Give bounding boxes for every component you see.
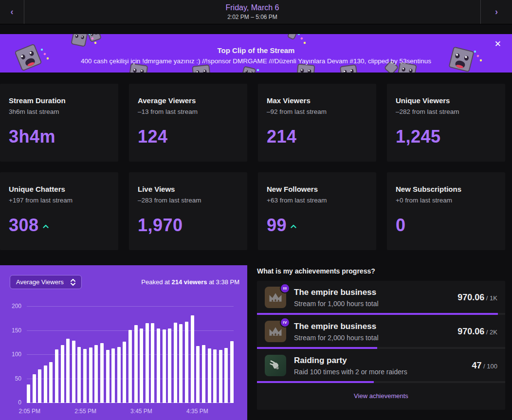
bar[interactable] <box>157 329 160 403</box>
confetti-decoration <box>300 37 303 40</box>
achievement-score: 970.06 / 2K <box>457 327 497 337</box>
metric-select-dropdown[interactable]: Average Viewers <box>10 275 82 289</box>
stat-card: Live Views –283 from last stream 1,970 <box>129 172 247 250</box>
bar[interactable] <box>106 350 110 403</box>
chevron-right-icon: › <box>495 7 498 17</box>
emote-decoration <box>296 63 315 73</box>
bar[interactable] <box>33 374 36 403</box>
bar[interactable] <box>146 323 149 403</box>
bar[interactable] <box>196 346 200 403</box>
achievements-section: What is my achievements progress? III Th… <box>257 267 505 410</box>
stat-comparison: +63 from last stream <box>267 197 366 204</box>
achievement-progress-bar <box>257 381 505 383</box>
x-axis-tick-label: 2:05 PM <box>18 408 40 415</box>
bar[interactable] <box>202 345 205 403</box>
confetti-decoration <box>476 55 479 57</box>
confetti-decoration <box>304 42 306 44</box>
bar[interactable] <box>55 349 58 403</box>
stat-value: 124 <box>138 127 168 147</box>
stat-title: Stream Duration <box>9 96 109 105</box>
bar[interactable] <box>168 329 171 403</box>
stat-value: 1,245 <box>396 127 441 147</box>
bar[interactable] <box>111 348 115 403</box>
stat-card: Unique Viewers –282 from last stream 1,2… <box>387 84 505 162</box>
stat-card: Average Viewers –13 from last stream 124 <box>129 84 247 162</box>
stat-comparison: +197 from last stream <box>9 197 109 204</box>
stat-title: Unique Chatters <box>9 185 109 193</box>
bar[interactable] <box>151 323 154 403</box>
bar[interactable] <box>185 322 188 403</box>
bar[interactable] <box>83 349 87 403</box>
stat-card: New Followers +63 from last stream 99 <box>258 172 376 250</box>
emote-decoration <box>192 64 211 73</box>
close-icon[interactable]: ✕ <box>494 40 501 48</box>
bar[interactable] <box>179 324 183 403</box>
next-day-button[interactable]: › <box>481 0 512 24</box>
x-axis-tick-label: 3:45 PM <box>130 408 152 415</box>
achievement-icon: III <box>265 287 286 308</box>
y-axis-tick-label: 0 <box>4 399 21 406</box>
bar[interactable] <box>128 330 132 403</box>
bar[interactable] <box>66 339 70 403</box>
bar[interactable] <box>123 342 126 403</box>
bar[interactable] <box>61 345 64 403</box>
emote-decoration <box>340 64 358 73</box>
bar[interactable] <box>134 325 138 403</box>
previous-day-button[interactable]: ‹ <box>0 0 24 24</box>
achievement-item[interactable]: III The empire business Stream for 1,000… <box>257 281 505 315</box>
raid-icon <box>269 359 282 372</box>
bar[interactable] <box>140 329 143 403</box>
trend-up-icon <box>43 212 49 233</box>
stat-card: New Subscriptions +0 from last stream 0 <box>387 172 505 250</box>
bar[interactable] <box>100 343 104 403</box>
bar[interactable] <box>49 362 53 403</box>
bar[interactable] <box>230 341 234 403</box>
bar[interactable] <box>163 329 166 403</box>
achievement-level-badge: III <box>280 283 290 293</box>
stat-value: 1,970 <box>138 215 183 236</box>
peak-viewers-value: 214 viewers <box>172 278 207 286</box>
bar[interactable] <box>38 369 41 403</box>
achievement-item[interactable]: IV The empire business Stream for 2,000 … <box>257 315 505 349</box>
stat-value: 99 <box>267 212 296 236</box>
bar[interactable] <box>208 348 211 403</box>
achievement-level-badge: IV <box>280 317 290 328</box>
stat-title: Max Viewers <box>267 96 366 105</box>
chart-x-axis-labels: 2:05 PM2:55 PM3:45 PM4:35 PM <box>27 408 234 416</box>
bar[interactable] <box>224 348 228 403</box>
stat-value: 214 <box>267 127 297 147</box>
bar[interactable] <box>219 350 222 403</box>
bar[interactable] <box>77 347 81 403</box>
metric-select-label: Average Viewers <box>16 278 64 286</box>
bar[interactable] <box>44 365 47 403</box>
stat-value: 308 <box>9 212 49 236</box>
achievement-icon <box>265 355 286 376</box>
bar[interactable] <box>191 315 194 403</box>
view-achievements-link[interactable]: View achievements <box>354 392 408 400</box>
stat-card: Stream Duration 3h6m last stream 3h4m <box>0 84 118 162</box>
achievement-item[interactable]: Raiding party Raid 100 times with 2 or m… <box>257 349 505 383</box>
stat-title: Live Views <box>138 185 238 193</box>
stat-comparison: –13 from last stream <box>138 108 238 115</box>
confetti-decoration <box>257 69 259 71</box>
chevron-left-icon: ‹ <box>11 7 14 17</box>
achievement-title: The empire business <box>294 322 453 331</box>
achievements-card: III The empire business Stream for 1,000… <box>257 281 505 410</box>
stat-title: New Followers <box>267 185 366 193</box>
stat-comparison: –283 from last stream <box>138 197 238 204</box>
emote-decoration <box>71 34 88 47</box>
peak-viewers-note: Peaked at 214 viewers at 3:38 PM <box>141 278 239 286</box>
x-axis-tick-label: 2:55 PM <box>74 408 96 415</box>
bar[interactable] <box>72 341 75 403</box>
bar[interactable] <box>213 349 217 403</box>
bar[interactable] <box>89 347 92 403</box>
stat-value: 0 <box>396 215 406 236</box>
bar[interactable] <box>27 384 30 403</box>
bar[interactable] <box>94 345 98 403</box>
stat-comparison: 3h6m last stream <box>9 108 109 115</box>
date-title: Friday, March 6 <box>226 3 279 12</box>
bar[interactable] <box>174 323 177 403</box>
bar[interactable] <box>117 347 121 403</box>
date-navigation-bar: ‹ Friday, March 6 2:02 PM – 5:06 PM › <box>0 0 512 24</box>
achievement-icon: IV <box>265 321 286 342</box>
